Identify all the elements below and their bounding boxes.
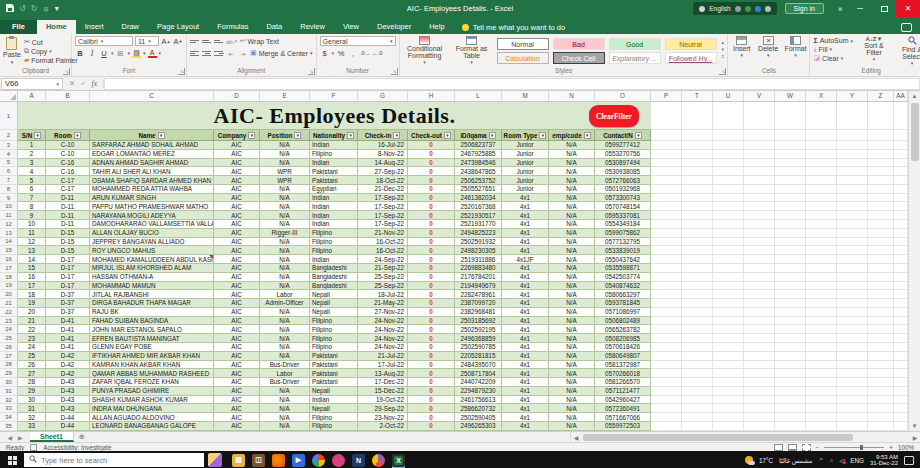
- cell[interactable]: [806, 229, 837, 238]
- cell[interactable]: [775, 238, 806, 247]
- cell[interactable]: [775, 404, 806, 413]
- cell[interactable]: [713, 317, 744, 326]
- cell[interactable]: 0577132795: [595, 238, 651, 247]
- cell[interactable]: N/A: [260, 220, 310, 229]
- cell[interactable]: [651, 422, 682, 431]
- cell[interactable]: 21: [18, 317, 46, 326]
- column-header-X[interactable]: X: [806, 91, 837, 101]
- store-icon[interactable]: ◫: [252, 454, 265, 467]
- cell[interactable]: [682, 202, 713, 211]
- cell[interactable]: Junior: [502, 185, 549, 194]
- cell[interactable]: 4x1: [502, 290, 549, 299]
- tab-home[interactable]: Home: [37, 20, 76, 34]
- cell[interactable]: 0: [408, 220, 455, 229]
- cell[interactable]: 0501932968: [595, 185, 651, 194]
- cell[interactable]: [651, 176, 682, 185]
- cell[interactable]: 16: [18, 273, 46, 282]
- cell[interactable]: [651, 378, 682, 387]
- cell[interactable]: [837, 317, 868, 326]
- cell[interactable]: AIC: [214, 211, 260, 220]
- minimize-button[interactable]: ─: [848, 0, 872, 17]
- cell[interactable]: 0593781845: [595, 299, 651, 308]
- cell[interactable]: 0: [408, 246, 455, 255]
- cell[interactable]: N/A: [549, 176, 595, 185]
- cell[interactable]: 2498230305: [455, 246, 502, 255]
- filter-dropdown-icon[interactable]: ▾: [248, 132, 255, 139]
- styles-dialog-launcher[interactable]: ↘: [719, 68, 726, 75]
- row-number-15[interactable]: 15: [0, 246, 18, 255]
- cell[interactable]: D-11: [46, 220, 90, 229]
- cell[interactable]: 2503185692: [455, 317, 502, 326]
- cell[interactable]: 3: [18, 159, 46, 168]
- cell[interactable]: D-15: [46, 229, 90, 238]
- cell[interactable]: [894, 159, 908, 168]
- cell[interactable]: [894, 352, 908, 361]
- cell[interactable]: [775, 159, 806, 168]
- cell[interactable]: [651, 229, 682, 238]
- cell[interactable]: Pakistani: [310, 378, 358, 387]
- cell[interactable]: 4x1: [502, 396, 549, 405]
- cell[interactable]: N/A: [549, 211, 595, 220]
- cell[interactable]: 2496368859: [455, 334, 502, 343]
- cell[interactable]: Filipino: [310, 334, 358, 343]
- row-number-16[interactable]: 16: [0, 255, 18, 264]
- file-explorer-icon[interactable]: ▤: [232, 454, 245, 467]
- cell[interactable]: 24: [18, 343, 46, 352]
- cell[interactable]: 18-Oct-22: [358, 176, 408, 185]
- cell[interactable]: 2586620732: [455, 404, 502, 413]
- cell[interactable]: 0530938085: [595, 167, 651, 176]
- cell[interactable]: [651, 387, 682, 396]
- cell[interactable]: D-11: [46, 211, 90, 220]
- cell[interactable]: N/A: [549, 150, 595, 159]
- cell[interactable]: 21-Jul-22: [358, 352, 408, 361]
- cell[interactable]: D-41: [46, 343, 90, 352]
- row-number-8[interactable]: 8: [0, 185, 18, 194]
- cell[interactable]: [682, 352, 713, 361]
- cell[interactable]: [868, 299, 894, 308]
- cell[interactable]: 2494825223: [455, 229, 502, 238]
- cell[interactable]: 0559972503: [595, 422, 651, 431]
- cell[interactable]: [744, 369, 775, 378]
- cell[interactable]: 24-Nov-22: [358, 343, 408, 352]
- cell[interactable]: 4x1: [502, 194, 549, 203]
- cell[interactable]: [837, 264, 868, 273]
- cell[interactable]: [682, 273, 713, 282]
- cell[interactable]: [775, 282, 806, 291]
- cell[interactable]: 14: [18, 255, 46, 264]
- cell[interactable]: [894, 378, 908, 387]
- find-select-button[interactable]: Find & Select▾: [895, 36, 920, 66]
- cell[interactable]: [894, 308, 908, 317]
- feedback-icon[interactable]: [901, 23, 912, 32]
- cell[interactable]: [682, 308, 713, 317]
- cell[interactable]: [651, 308, 682, 317]
- cell[interactable]: 24-Nov-22: [358, 334, 408, 343]
- cell[interactable]: [837, 282, 868, 291]
- cell[interactable]: 4x1: [502, 317, 549, 326]
- cell[interactable]: [837, 404, 868, 413]
- cell[interactable]: 2502590405: [455, 413, 502, 422]
- italic-button[interactable]: I: [87, 48, 97, 58]
- cell[interactable]: N/A: [549, 361, 595, 370]
- cell[interactable]: [837, 202, 868, 211]
- cell[interactable]: 13: [18, 246, 46, 255]
- cell[interactable]: 7: [18, 194, 46, 203]
- volume-icon[interactable]: ◁: [839, 457, 844, 464]
- cell[interactable]: AIC: [214, 220, 260, 229]
- cell[interactable]: N/A: [549, 343, 595, 352]
- cell[interactable]: 0506802489: [595, 317, 651, 326]
- cell[interactable]: N/A: [260, 238, 310, 247]
- cell[interactable]: 0550437642: [595, 255, 651, 264]
- cell[interactable]: 15-Dec-22: [358, 387, 408, 396]
- cell[interactable]: 4x1: [502, 264, 549, 273]
- cell[interactable]: 2520167368: [455, 202, 502, 211]
- cell[interactable]: MIRJUL ISLAM KHORSHED ALAM: [90, 264, 214, 273]
- cell[interactable]: 0580663297: [595, 290, 651, 299]
- row-number-29[interactable]: 29: [0, 369, 18, 378]
- insert-cells-button[interactable]: Insert▾: [731, 36, 752, 58]
- cell[interactable]: D-15: [46, 246, 90, 255]
- cell[interactable]: AIC: [214, 167, 260, 176]
- cell[interactable]: 17-Sep-22: [358, 220, 408, 229]
- cell[interactable]: 4x1: [502, 387, 549, 396]
- formula-input[interactable]: [104, 78, 920, 90]
- taskbar-interests-icon[interactable]: [208, 453, 222, 467]
